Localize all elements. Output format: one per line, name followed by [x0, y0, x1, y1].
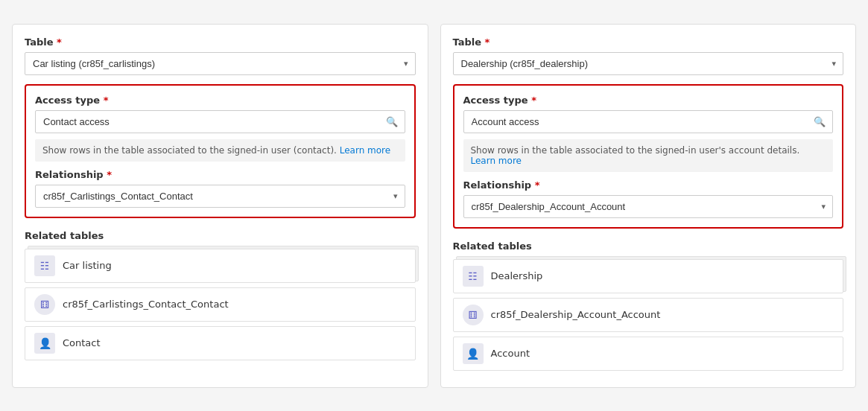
right-access-type-label-text: Access type	[463, 95, 528, 106]
left-table-label-text: Table	[25, 36, 54, 48]
left-relationship-label-text: Relationship	[35, 169, 104, 180]
right-related-item-relationship[interactable]: ⚅ cr85f_Dealership_Account_Account	[453, 298, 844, 332]
left-access-type-section: Access type * 🔍 Show rows in the table a…	[25, 84, 416, 218]
right-relationship-label: Relationship *	[463, 179, 834, 191]
left-access-type-input-wrapper: 🔍	[35, 110, 405, 133]
right-dealership-label: Dealership	[491, 270, 543, 281]
right-learn-more-link[interactable]: Learn more	[471, 156, 522, 166]
left-table-select[interactable]: Car listing (cr85f_carlistings)	[25, 52, 416, 75]
left-access-type-input[interactable]	[35, 110, 405, 133]
right-access-type-label: Access type *	[463, 95, 834, 106]
left-access-type-label: Access type *	[35, 95, 405, 106]
left-contact-icon: 👤	[34, 333, 55, 354]
right-access-type-section: Access type * 🔍 Show rows in the table a…	[453, 84, 844, 229]
left-car-listing-icon: ☷	[34, 255, 55, 276]
right-related-tables-section: Related tables ☷ Dealership ⚅ cr85f_Deal…	[453, 240, 844, 375]
left-learn-more-link[interactable]: Learn more	[340, 145, 390, 156]
left-table-label: Table *	[25, 36, 416, 48]
right-table-select[interactable]: Dealership (cr85f_dealership)	[453, 52, 844, 75]
right-relation-label: cr85f_Dealership_Account_Account	[491, 309, 661, 320]
left-car-listing-label: Car listing	[63, 260, 112, 271]
left-related-tables-section: Related tables ☷ Car listing ⚅ cr85f_Car…	[25, 230, 416, 365]
left-relationship-required-star: *	[107, 169, 112, 180]
right-table-label-text: Table	[453, 36, 482, 48]
right-account-label: Account	[491, 348, 530, 359]
right-table-required-star: *	[485, 36, 490, 48]
right-related-item-dealership[interactable]: ☷ Dealership	[453, 259, 844, 293]
left-panel: Table * Car listing (cr85f_carlistings) …	[12, 24, 428, 388]
left-relationship-section: Relationship * cr85f_Carlistings_Contact…	[35, 169, 405, 208]
left-car-listing-stacked: ☷ Car listing	[25, 249, 416, 283]
right-dealership-stacked: ☷ Dealership	[453, 259, 844, 293]
left-table-required-star: *	[57, 36, 62, 48]
right-info-box: Show rows in the table associated to the…	[463, 139, 834, 172]
right-access-type-input-wrapper: 🔍	[463, 110, 834, 133]
panels-container: Table * Car listing (cr85f_carlistings) …	[0, 12, 868, 400]
right-info-text: Show rows in the table associated to the…	[471, 145, 800, 156]
right-access-type-required-star: *	[531, 95, 536, 106]
left-relation-icon: ⚅	[34, 294, 55, 315]
right-relation-icon: ⚅	[463, 305, 484, 325]
left-info-text: Show rows in the table associated to the…	[42, 145, 337, 156]
right-related-tables-title: Related tables	[453, 240, 844, 252]
right-table-select-wrapper: Dealership (cr85f_dealership) ▾	[453, 52, 844, 75]
left-table-field: Table * Car listing (cr85f_carlistings) …	[25, 36, 416, 75]
left-table-select-wrapper: Car listing (cr85f_carlistings) ▾	[25, 52, 416, 75]
right-relationship-label-text: Relationship	[463, 179, 532, 191]
right-account-icon: 👤	[463, 343, 484, 364]
left-info-box: Show rows in the table associated to the…	[35, 139, 405, 162]
left-related-tables-title: Related tables	[25, 230, 416, 241]
right-relationship-select-wrapper: cr85f_Dealership_Account_Account ▾	[463, 195, 834, 218]
left-relationship-select[interactable]: cr85f_Carlistings_Contact_Contact	[35, 185, 405, 208]
right-relationship-required-star: *	[535, 179, 540, 191]
right-relationship-select[interactable]: cr85f_Dealership_Account_Account	[463, 195, 834, 218]
left-related-item-car-listing[interactable]: ☷ Car listing	[25, 249, 416, 283]
left-relation-label: cr85f_Carlistings_Contact_Contact	[63, 299, 229, 310]
right-access-type-input[interactable]	[463, 110, 834, 133]
left-relationship-select-wrapper: cr85f_Carlistings_Contact_Contact ▾	[35, 185, 405, 208]
left-relationship-label: Relationship *	[35, 169, 405, 180]
right-dealership-icon: ☷	[463, 266, 484, 287]
right-table-field: Table * Dealership (cr85f_dealership) ▾	[453, 36, 844, 75]
left-contact-label: Contact	[63, 337, 101, 348]
right-relationship-section: Relationship * cr85f_Dealership_Account_…	[463, 179, 834, 218]
left-access-type-label-text: Access type	[35, 95, 100, 106]
right-table-label: Table *	[453, 36, 844, 48]
right-panel: Table * Dealership (cr85f_dealership) ▾ …	[440, 24, 857, 388]
right-related-item-account[interactable]: 👤 Account	[453, 337, 844, 371]
left-related-item-contact[interactable]: 👤 Contact	[25, 326, 416, 360]
left-access-type-required-star: *	[104, 95, 109, 106]
left-related-item-relationship[interactable]: ⚅ cr85f_Carlistings_Contact_Contact	[25, 287, 416, 322]
